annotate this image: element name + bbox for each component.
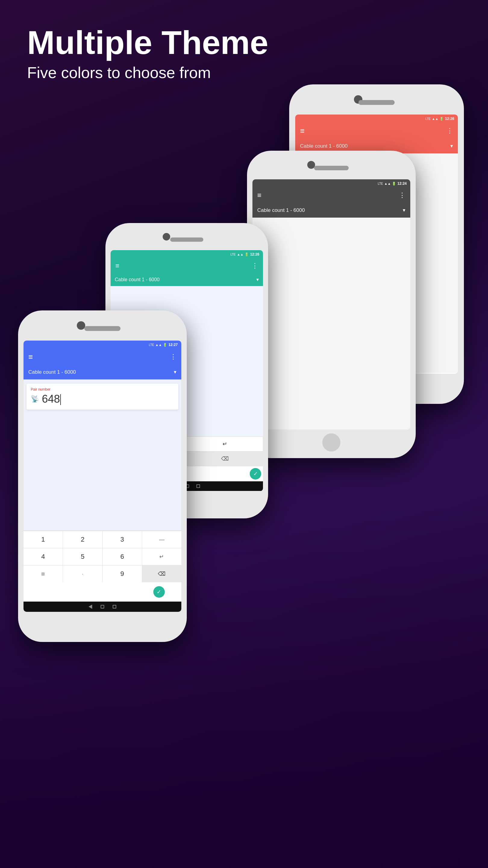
lte-icon-dark: LTE <box>378 182 383 185</box>
key-check[interactable]: ✓ <box>140 584 178 600</box>
dropdown-teal[interactable]: Cable count 1 - 6000 ▾ <box>110 273 263 286</box>
phone-blue: LTE ▲▲ 🔋 12:27 ≡ ⋮ Cable count 1 - 6000 … <box>18 310 187 642</box>
input-label-blue: Pair number <box>31 387 174 392</box>
phone-speaker-blue <box>84 326 121 331</box>
more-icon-red[interactable]: ⋮ <box>447 127 453 135</box>
input-text-blue: 648 <box>42 393 60 405</box>
lte-icon-teal: LTE <box>230 253 236 256</box>
key-4[interactable]: 4 <box>24 548 63 565</box>
sys-bar-blue <box>24 601 181 612</box>
key-6[interactable]: 6 <box>103 548 142 565</box>
teal-key-enter[interactable]: ↵ <box>187 437 263 451</box>
signal-icon-dark: ▲▲ <box>384 182 391 185</box>
wifi-icon-blue: 📡 <box>31 395 39 403</box>
check-button[interactable]: ✓ <box>153 586 165 598</box>
page-subtitle: Five colors to choose from <box>27 64 268 82</box>
status-bar-blue: LTE ▲▲ 🔋 12:27 <box>24 341 181 349</box>
status-icons-blue: LTE ▲▲ 🔋 12:27 <box>149 343 178 347</box>
header-text-block: Multiple Theme Five colors to choose fro… <box>27 24 268 82</box>
dropdown-arrow-dark: ▾ <box>403 207 405 213</box>
phone-dark: LTE ▲▲ 🔋 12:24 ≡ ⋮ Cable count 1 - 6000 … <box>247 151 416 458</box>
key-2[interactable]: 2 <box>63 531 102 548</box>
numpad-row-3: ⊞ · 9 ⌫ <box>24 565 181 582</box>
time-teal: 12:26 <box>250 252 259 256</box>
battery-icon-red: 🔋 <box>440 117 444 121</box>
dropdown-dark[interactable]: Cable count 1 - 6000 ▾ <box>253 203 410 218</box>
numpad-row-2: 4 5 6 ↵ <box>24 548 181 565</box>
lte-icon-red: LTE <box>425 117 431 121</box>
home-btn-blue[interactable] <box>101 605 104 609</box>
content-blue: Pair number 📡 648 1 2 3 — <box>24 379 181 612</box>
more-icon-blue[interactable]: ⋮ <box>170 353 176 361</box>
status-bar-red: LTE ▲▲ 🔋 12:26 <box>295 115 458 123</box>
input-row-blue: 📡 648 <box>31 393 174 405</box>
phones-container: LTE ▲▲ 🔋 12:26 ≡ ⋮ Cable count 1 - 6000 … <box>0 84 488 868</box>
cable-label-blue: Cable count 1 - 6000 <box>28 369 76 375</box>
key-grid[interactable]: ⊞ <box>24 565 63 582</box>
phone-home-dark[interactable] <box>322 433 340 452</box>
lte-icon-blue: LTE <box>149 343 154 347</box>
key-dash[interactable]: — <box>142 531 181 548</box>
phone-camera-teal <box>163 233 170 241</box>
teal-check-btn[interactable]: ✓ <box>250 468 261 479</box>
time-blue: 12:27 <box>168 343 178 347</box>
menu-icon-teal[interactable]: ≡ <box>116 262 119 269</box>
time-red: 12:26 <box>445 117 454 121</box>
dropdown-arrow-red: ▾ <box>450 143 453 149</box>
numpad-blue: 1 2 3 — 4 5 6 ↵ ⊞ · <box>24 530 181 612</box>
app-bar-red: ≡ ⋮ <box>295 123 458 138</box>
battery-icon-dark: 🔋 <box>392 182 396 186</box>
signal-icon-red: ▲▲ <box>432 117 438 121</box>
status-bar-teal: LTE ▲▲ 🔋 12:26 <box>110 250 263 258</box>
status-icons-dark: LTE ▲▲ 🔋 12:24 <box>378 181 407 186</box>
key-delete[interactable]: ⌫ <box>142 565 181 582</box>
key-dot[interactable]: · <box>63 565 102 582</box>
dropdown-arrow-teal: ▾ <box>256 277 259 282</box>
phone-camera-blue <box>77 321 85 330</box>
phone-screen-blue: LTE ▲▲ 🔋 12:27 ≡ ⋮ Cable count 1 - 6000 … <box>24 341 181 612</box>
app-bar-dark: ≡ ⋮ <box>253 188 410 203</box>
battery-icon-blue: 🔋 <box>163 343 167 347</box>
phone-screen-dark: LTE ▲▲ 🔋 12:24 ≡ ⋮ Cable count 1 - 6000 … <box>253 179 410 430</box>
dropdown-blue[interactable]: Cable count 1 - 6000 ▾ <box>24 365 181 379</box>
teal-key-del[interactable]: ⌫ <box>187 452 263 466</box>
phone-speaker-dark <box>314 166 349 170</box>
time-dark: 12:24 <box>397 181 407 186</box>
numpad-row-1: 1 2 3 — <box>24 531 181 548</box>
more-icon-teal[interactable]: ⋮ <box>252 262 258 270</box>
key-5[interactable]: 5 <box>63 548 102 565</box>
cable-label-dark: Cable count 1 - 6000 <box>257 207 305 213</box>
content-dark <box>253 218 410 430</box>
status-bar-dark: LTE ▲▲ 🔋 12:24 <box>253 179 410 188</box>
app-bar-teal: ≡ ⋮ <box>110 258 263 273</box>
status-icons-teal: LTE ▲▲ 🔋 12:26 <box>230 252 259 256</box>
key-1[interactable]: 1 <box>24 531 63 548</box>
menu-icon-dark[interactable]: ≡ <box>257 192 261 199</box>
battery-icon-teal: 🔋 <box>245 253 249 256</box>
menu-icon-red[interactable]: ≡ <box>300 127 304 135</box>
phone-speaker-teal <box>170 238 203 242</box>
key-9[interactable]: 9 <box>103 565 142 582</box>
recent-btn-teal[interactable] <box>196 484 200 488</box>
signal-icon-teal: ▲▲ <box>237 253 244 256</box>
numpad-row-4: ✓ <box>24 582 181 601</box>
input-value-blue[interactable]: 648 <box>42 393 174 405</box>
input-card-blue: Pair number 📡 648 <box>27 384 178 410</box>
back-btn-blue[interactable] <box>89 604 92 609</box>
text-cursor-blue <box>60 394 61 405</box>
signal-icon-blue: ▲▲ <box>156 343 162 347</box>
cable-label-red: Cable count 1 - 6000 <box>300 143 348 149</box>
key-3[interactable]: 3 <box>103 531 142 548</box>
cable-label-teal: Cable count 1 - 6000 <box>115 277 160 282</box>
key-enter[interactable]: ↵ <box>142 548 181 565</box>
phone-speaker-red <box>358 100 395 105</box>
app-bar-blue: ≡ ⋮ <box>24 349 181 365</box>
recent-btn-blue[interactable] <box>113 605 116 609</box>
page-title: Multiple Theme <box>27 24 268 61</box>
menu-icon-blue[interactable]: ≡ <box>28 353 33 361</box>
more-icon-dark[interactable]: ⋮ <box>399 191 405 199</box>
status-icons-red: LTE ▲▲ 🔋 12:26 <box>425 117 454 121</box>
dropdown-arrow-blue: ▾ <box>174 369 176 375</box>
